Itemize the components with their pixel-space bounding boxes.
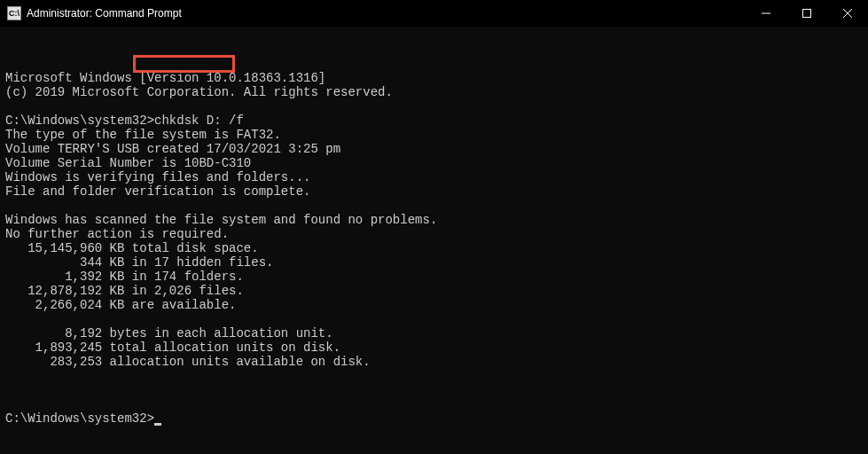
- app-icon: C:\: [7, 6, 21, 20]
- terminal-line: The type of the file system is FAT32.: [5, 128, 863, 142]
- terminal-line: 344 KB in 17 hidden files.: [5, 255, 863, 270]
- terminal-line: C:\Windows\system32>chkdsk D: /f: [5, 114, 863, 128]
- command-prompt-window: C:\ Administrator: Command Prompt: [0, 0, 868, 454]
- maximize-button[interactable]: [786, 0, 827, 27]
- terminal-line: 283,253 allocation units available on di…: [5, 355, 863, 369]
- terminal-output: Microsoft Windows [Version 10.0.18363.13…: [5, 71, 863, 383]
- minimize-button[interactable]: [746, 0, 786, 27]
- svg-rect-1: [803, 10, 811, 18]
- prompt-text: C:\Windows\system32>: [5, 411, 154, 426]
- window-controls: [746, 0, 868, 27]
- close-icon: [843, 9, 852, 18]
- terminal-line: (c) 2019 Microsoft Corporation. All righ…: [5, 85, 863, 99]
- command-highlight: [133, 55, 235, 73]
- titlebar[interactable]: C:\ Administrator: Command Prompt: [0, 0, 868, 27]
- terminal-line: Volume TERRY'S USB created 17/03/2021 3:…: [5, 142, 863, 156]
- terminal-line: [5, 99, 863, 114]
- terminal-line: File and folder verification is complete…: [5, 184, 863, 199]
- minimize-icon: [762, 9, 770, 18]
- close-button[interactable]: [827, 0, 868, 27]
- window-title: Administrator: Command Prompt: [27, 7, 746, 20]
- terminal-line: 1,392 KB in 174 folders.: [5, 270, 863, 284]
- maximize-icon: [802, 9, 811, 18]
- terminal-line: Windows has scanned the file system and …: [5, 213, 863, 227]
- terminal-line: [5, 312, 863, 326]
- terminal-line: 2,266,024 KB are available.: [5, 298, 863, 312]
- terminal-line: 8,192 bytes in each allocation unit.: [5, 326, 863, 340]
- terminal-line: Windows is verifying files and folders..…: [5, 170, 863, 184]
- terminal-line: [5, 199, 863, 213]
- terminal-line: Microsoft Windows [Version 10.0.18363.13…: [5, 71, 863, 85]
- terminal-area[interactable]: Microsoft Windows [Version 10.0.18363.13…: [0, 27, 868, 454]
- terminal-line: No further action is required.: [5, 227, 863, 241]
- terminal-line: [5, 369, 863, 383]
- terminal-line: 15,145,960 KB total disk space.: [5, 241, 863, 255]
- terminal-line: Volume Serial Number is 10BD-C310: [5, 156, 863, 170]
- terminal-line: 12,878,192 KB in 2,026 files.: [5, 284, 863, 298]
- cursor: [154, 423, 161, 426]
- terminal-line: 1,893,245 total allocation units on disk…: [5, 340, 863, 355]
- prompt-line: C:\Windows\system32>: [5, 411, 863, 426]
